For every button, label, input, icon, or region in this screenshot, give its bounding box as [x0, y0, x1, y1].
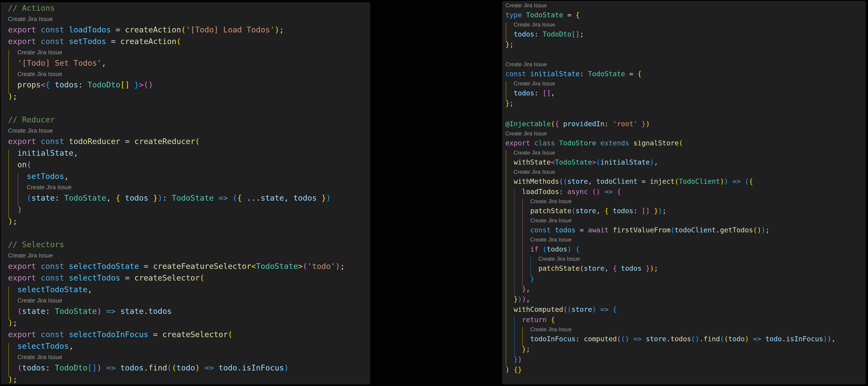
code-line: @Injectable({ providedIn: 'root' }) [502, 119, 866, 129]
token-b1: ( [675, 177, 679, 185]
token-cvar: setTodos [69, 37, 106, 46]
token-op [596, 139, 600, 147]
token-b3: [] [88, 363, 97, 372]
editor-panel-ngrx-classic[interactable]: // ActionsCreate Jira Issueexport const … [1, 2, 370, 384]
token-arr: => [106, 307, 116, 316]
token-op [609, 226, 613, 234]
code-lens-create-jira-issue-link[interactable]: Create Jira Issue [514, 149, 555, 156]
token-b3: { [45, 80, 50, 89]
token-cvar: selectTodos [18, 342, 69, 351]
token-var: todos [514, 89, 534, 97]
token-op: . [716, 226, 720, 234]
token-kw: export [8, 37, 36, 46]
token-kw2: const [41, 37, 64, 46]
code-line: on( [1, 159, 370, 171]
indent-spaces [8, 148, 18, 157]
token-b2: ) [18, 205, 22, 214]
token-kw2: const [41, 261, 64, 271]
code-lens-create-jira-issue-link[interactable]: Create Jira Issue [8, 127, 53, 134]
token-str: 'root' [613, 120, 638, 128]
token-b1: ) [8, 318, 12, 327]
token-fn: todos [671, 335, 691, 343]
token-var: initialState [600, 158, 650, 166]
token-b2: > [592, 158, 596, 166]
token-str: '[Todo] Load Todos' [186, 25, 275, 34]
token-b2: ( [27, 160, 31, 169]
token-op: : [580, 70, 588, 78]
token-arr: => [205, 363, 214, 372]
code-lens-create-jira-issue-link[interactable]: Create Jira Issue [530, 237, 571, 243]
code-lens-create-jira-issue-link[interactable]: Create Jira Issue [505, 2, 547, 8]
code-line: ); [1, 317, 370, 329]
code-lens-create-jira-issue-link[interactable]: Create Jira Issue [514, 169, 555, 175]
code-lens-create-jira-issue-link[interactable]: Create Jira Issue [27, 184, 72, 190]
token-var: store [576, 207, 596, 215]
token-var: todos [22, 363, 45, 372]
token-cvar: loadTodos [69, 25, 111, 34]
token-b3: ) [592, 306, 596, 313]
code-lens-create-jira-issue-link[interactable]: Create Jira Issue [18, 71, 62, 77]
code-line: const todos = await firstValueFrom(todoC… [502, 225, 866, 235]
token-typ: TodoState [55, 307, 97, 316]
token-kw2: extends [600, 139, 629, 147]
code-lens-create-jira-issue-link[interactable]: Create Jira Issue [530, 326, 571, 332]
token-kw: if [530, 245, 538, 253]
token-fn: createReducer [134, 137, 195, 146]
token-b2: { [613, 264, 617, 272]
token-kw: return [522, 316, 547, 324]
code-lens-create-jira-issue-link[interactable]: Create Jira Issue [530, 198, 571, 204]
token-op: ; [509, 99, 514, 107]
code-line: todos: TodoDto[]; [502, 29, 866, 39]
code-lens-line: Create Jira Issue [502, 129, 866, 138]
token-b2: [] [542, 89, 551, 97]
code-lens-create-jira-issue-link[interactable]: Create Jira Issue [18, 354, 62, 360]
token-b3: { [576, 245, 580, 253]
code-lens-create-jira-issue-link[interactable]: Create Jira Issue [530, 217, 571, 223]
blank-line [1, 102, 370, 114]
code-lens-create-jira-issue-link[interactable]: Create Jira Issue [505, 61, 547, 67]
token-op [36, 25, 41, 34]
token-b1: ( [181, 25, 186, 34]
code-lens-create-jira-issue-link[interactable]: Create Jira Issue [18, 297, 62, 304]
token-op: . [144, 363, 148, 372]
token-kw2: const [41, 137, 64, 146]
code-lens-line: Create Jira Issue [1, 14, 370, 24]
code-line: export const todoReducer = createReducer… [1, 136, 370, 147]
token-b1: } [505, 40, 509, 48]
token-b1: {} [514, 366, 522, 374]
code-line: (state: TodoState) => state.todos [1, 306, 370, 317]
token-b3: ) [284, 363, 288, 372]
code-lens-create-jira-issue-link[interactable]: Create Jira Issue [514, 22, 555, 28]
token-op: , [654, 158, 658, 166]
token-op [559, 120, 563, 128]
token-kw: export [8, 330, 36, 339]
token-kw2: const [530, 226, 551, 234]
token-arr: => [600, 306, 609, 313]
token-b1: ) [646, 120, 650, 128]
indent-spaces [505, 355, 514, 363]
code-lens-create-jira-issue-link[interactable]: Create Jira Issue [18, 49, 62, 56]
token-op: = [120, 273, 134, 282]
code-lens-create-jira-issue-link[interactable]: Create Jira Issue [514, 80, 555, 86]
indent-spaces [8, 363, 18, 372]
token-b1: { [551, 316, 555, 324]
code-lens-create-jira-issue-link[interactable]: Create Jira Issue [8, 252, 53, 259]
token-b2: ) [827, 335, 832, 343]
token-str: '[Todo] Set Todos' [18, 59, 101, 68]
token-op [64, 273, 69, 282]
token-op [551, 226, 555, 234]
code-lens-create-jira-issue-link[interactable]: Create Jira Issue [8, 15, 53, 22]
token-b3: ( [671, 226, 675, 234]
code-lens-line: Create Jira Issue [502, 20, 866, 29]
code-line: export class TodoStore extends signalSto… [502, 138, 866, 148]
token-cmt: // Reducer [8, 115, 55, 124]
token-b1: { [237, 194, 242, 203]
indent-spaces [505, 89, 514, 97]
token-op: : [576, 335, 584, 343]
token-b1: ) [720, 177, 724, 185]
code-lens-create-jira-issue-link[interactable]: Create Jira Issue [538, 256, 580, 262]
token-b1: ) [8, 92, 12, 101]
editor-panel-signal-store[interactable]: Create Jira Issuetype TodoState = {Creat… [502, 1, 866, 384]
token-cvar: initialState [530, 70, 580, 78]
code-lens-create-jira-issue-link[interactable]: Create Jira Issue [505, 130, 547, 137]
